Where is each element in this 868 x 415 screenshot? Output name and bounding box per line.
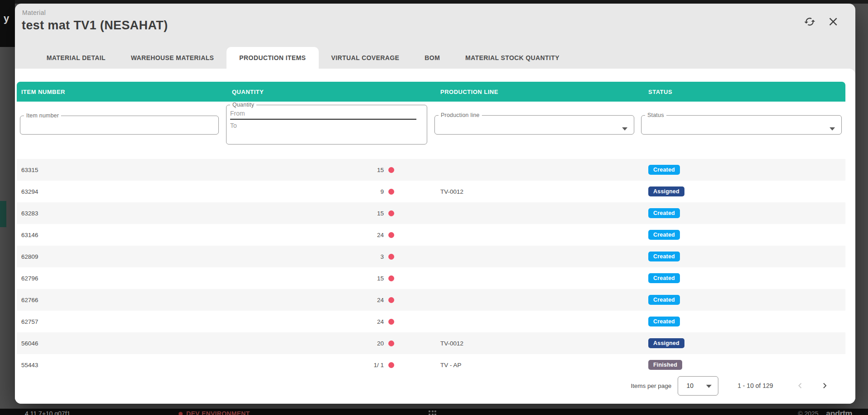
- status-badge: Created: [648, 317, 680, 326]
- cell-quantity: 15: [377, 167, 384, 173]
- cell-item-number: 55443: [17, 362, 227, 368]
- table-row[interactable]: 56046 20 TV-0012 Assigned: [17, 332, 845, 354]
- tab-virtual-coverage[interactable]: VIRTUAL COVERAGE: [319, 47, 412, 69]
- table-row[interactable]: 63315 15 Created: [17, 159, 845, 181]
- status-badge: Created: [648, 208, 680, 218]
- table-row[interactable]: 62809 3 Created: [17, 246, 845, 267]
- pagination-range-label: 1 - 10 of 129: [737, 382, 773, 389]
- cell-item-number: 62757: [17, 318, 227, 325]
- items-per-page-value: 10: [686, 382, 693, 389]
- quantity-from-input[interactable]: [230, 108, 416, 120]
- status-badge: Created: [648, 165, 680, 175]
- cell-production-line: TV - AP: [436, 362, 644, 368]
- quantity-filter[interactable]: Quantity: [226, 102, 427, 145]
- status-filter[interactable]: Status: [641, 112, 842, 135]
- tab-bom[interactable]: BOM: [412, 47, 453, 69]
- cell-quantity: 3: [380, 253, 384, 260]
- cell-item-number: 62796: [17, 275, 227, 282]
- previous-page-button[interactable]: [791, 377, 809, 395]
- status-badge: Assigned: [648, 187, 684, 196]
- tab-material-stock-quantity[interactable]: MATERIAL STOCK QUANTITY: [453, 47, 572, 69]
- modal-eyebrow: Material: [22, 9, 46, 16]
- chevron-down-icon: [706, 385, 712, 388]
- apps-grid-icon[interactable]: [429, 410, 437, 415]
- table-row[interactable]: 63146 24 Created: [17, 224, 845, 246]
- app-footer-bar: 4.11.7+10.g07f1 DEV ENVIRONMENT © 2025 a…: [0, 409, 868, 415]
- env-label: DEV ENVIRONMENT: [186, 410, 250, 415]
- cell-quantity: 15: [377, 275, 384, 282]
- table-row[interactable]: 55443 1/ 1 TV - AP Finished: [17, 354, 845, 376]
- production-items-panel: ITEM NUMBER QUANTITY PRODUCTION LINE STA…: [15, 69, 855, 404]
- quantity-status-dot-icon: [388, 275, 394, 281]
- item-number-filter-label: Item number: [24, 112, 61, 119]
- column-header-production-line: PRODUCTION LINE: [436, 89, 644, 95]
- filter-row: Item number Quantity Production line Sta…: [17, 102, 845, 159]
- cell-item-number: 62766: [17, 297, 227, 303]
- table-row[interactable]: 63283 15 Created: [17, 202, 845, 224]
- cell-quantity: 15: [377, 210, 384, 217]
- production-items-table: ITEM NUMBER QUANTITY PRODUCTION LINE STA…: [17, 82, 845, 376]
- cell-item-number: 62809: [17, 253, 227, 260]
- tab-warehouse-materials[interactable]: WAREHOUSE MATERIALS: [118, 47, 226, 69]
- items-per-page-label: Items per page: [631, 382, 671, 389]
- pagination-bar: Items per page 10 1 - 10 of 129: [15, 376, 855, 396]
- env-status-dot-icon: [179, 412, 183, 415]
- table-body: 63315 15 Created 63294 9 TV-0012 Assigne…: [17, 159, 845, 376]
- production-line-select[interactable]: [439, 118, 627, 129]
- table-header-row: ITEM NUMBER QUANTITY PRODUCTION LINE STA…: [17, 82, 845, 102]
- column-header-status: STATUS: [644, 89, 845, 95]
- background-partial-text: y: [4, 13, 9, 24]
- cell-quantity: 1/ 1: [373, 362, 384, 368]
- item-number-filter[interactable]: Item number: [20, 112, 219, 135]
- background-sidebar-active-item: [0, 201, 6, 227]
- brand-logo: andrtm: [826, 409, 852, 415]
- quantity-status-dot-icon: [388, 254, 394, 260]
- status-badge: Created: [648, 295, 680, 305]
- refresh-icon[interactable]: [804, 16, 816, 28]
- next-page-button[interactable]: [816, 377, 834, 395]
- quantity-filter-label: Quantity: [230, 102, 256, 108]
- modal-title: test mat TV1 (NESAHAT): [22, 19, 168, 33]
- copyright-label: © 2025: [798, 410, 818, 415]
- material-detail-modal: Material test mat TV1 (NESAHAT) MATERIAL…: [15, 4, 855, 404]
- cell-production-line: TV-0012: [436, 188, 644, 195]
- column-header-item-number: ITEM NUMBER: [17, 89, 227, 95]
- cell-item-number: 63146: [17, 232, 227, 238]
- quantity-status-dot-icon: [388, 340, 394, 346]
- status-select[interactable]: [645, 118, 835, 129]
- chevron-down-icon[interactable]: [830, 127, 835, 131]
- cell-quantity: 9: [380, 188, 384, 195]
- dev-environment-badge: DEV ENVIRONMENT: [179, 410, 250, 415]
- items-per-page-select[interactable]: 10: [678, 376, 718, 396]
- cell-quantity: 24: [377, 297, 384, 303]
- table-row[interactable]: 62766 24 Created: [17, 289, 845, 311]
- item-number-input[interactable]: [24, 119, 212, 130]
- column-header-quantity: QUANTITY: [227, 89, 436, 95]
- status-badge: Created: [648, 273, 680, 283]
- background-app-top-strip: [0, 0, 868, 4]
- close-icon[interactable]: [827, 16, 839, 28]
- quantity-status-dot-icon: [388, 362, 394, 368]
- status-badge: Created: [648, 252, 680, 261]
- quantity-status-dot-icon: [388, 210, 394, 216]
- app-version-label: 4.11.7+10.g07f1: [25, 410, 71, 415]
- tab-production-items[interactable]: PRODUCTION ITEMS: [226, 47, 318, 69]
- chevron-down-icon[interactable]: [622, 127, 627, 131]
- production-line-filter[interactable]: Production line: [434, 112, 634, 135]
- quantity-to-input[interactable]: [230, 120, 416, 131]
- cell-item-number: 63315: [17, 167, 227, 173]
- table-row[interactable]: 63294 9 TV-0012 Assigned: [17, 181, 845, 202]
- table-row[interactable]: 62757 24 Created: [17, 311, 845, 332]
- cell-item-number: 56046: [17, 340, 227, 347]
- table-row[interactable]: 62796 15 Created: [17, 267, 845, 289]
- quantity-status-dot-icon: [388, 167, 394, 173]
- tab-material-detail[interactable]: MATERIAL DETAIL: [34, 47, 118, 69]
- cell-item-number: 63283: [17, 210, 227, 217]
- cell-production-line: TV-0012: [436, 340, 644, 347]
- cell-quantity: 24: [377, 232, 384, 238]
- modal-tabs: MATERIAL DETAIL WAREHOUSE MATERIALS PROD…: [15, 47, 572, 69]
- status-filter-label: Status: [645, 112, 666, 118]
- quantity-status-dot-icon: [388, 189, 394, 195]
- quantity-status-dot-icon: [388, 297, 394, 303]
- cell-quantity: 24: [377, 318, 384, 325]
